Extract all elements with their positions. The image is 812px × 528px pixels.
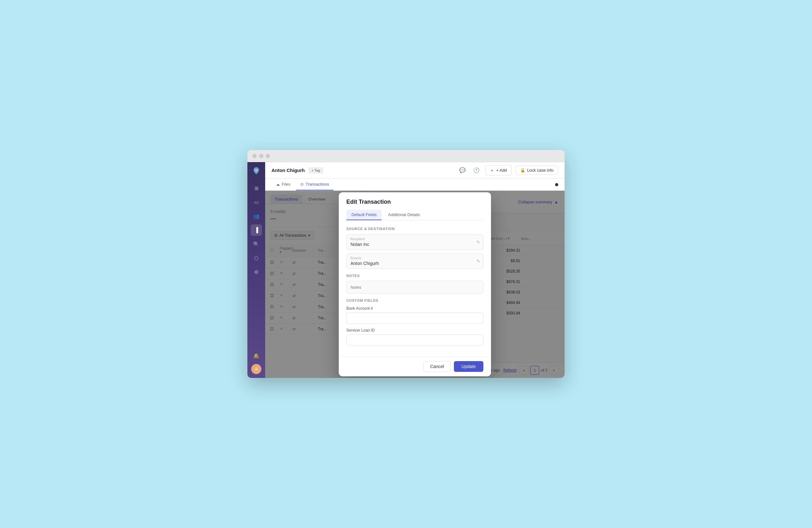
lock-icon: 🔒 (520, 168, 525, 173)
tab-transactions[interactable]: ⊙ Transactions (296, 179, 333, 190)
tab-additional-details[interactable]: Additional Details (383, 210, 425, 220)
topbar: Anton Chigurh + Tag 💬 🕐 ＋ + Add 🔒 Lock c… (265, 162, 565, 179)
modal-overlay[interactable]: Edit Transaction Default Fields Addition… (265, 191, 565, 378)
lock-case-button[interactable]: 🔒 Lock case info (516, 166, 558, 175)
edit-transaction-dialog: Edit Transaction Default Fields Addition… (339, 192, 491, 376)
main-content: Anton Chigurh + Tag 💬 🕐 ＋ + Add 🔒 Lock c… (265, 162, 565, 378)
sidebar-icon-settings[interactable]: ⚙ (250, 266, 262, 277)
bank-account-label: Bank Account # (346, 306, 483, 311)
add-button[interactable]: ＋ + Add (485, 165, 512, 175)
browser-dot-yellow[interactable] (259, 154, 263, 158)
sidebar-bottom: 🔔 A (250, 350, 262, 374)
transactions-icon: ⊙ (300, 182, 304, 187)
servicer-loan-input[interactable] (346, 334, 483, 345)
dialog-title: Edit Transaction (346, 199, 483, 205)
update-button[interactable]: Update (454, 361, 483, 372)
browser-dot-green[interactable] (266, 154, 270, 158)
source-input[interactable] (346, 254, 483, 269)
history-icon-btn[interactable]: 🕐 (472, 165, 481, 175)
notes-title: NOTES (346, 274, 483, 277)
nav-right-dot (555, 183, 558, 186)
browser-dot-red[interactable] (252, 154, 257, 158)
tab-files[interactable]: ☁ Files (272, 179, 295, 190)
dialog-body: SOURCE & DESTINATION Recipient ✎ Source … (339, 220, 491, 356)
dialog-tabs: Default Fields Additional Details (346, 210, 483, 220)
sidebar-icon-search[interactable]: 🔍 (250, 238, 262, 250)
sidebar-icon-chart[interactable]: ▐ (250, 224, 262, 236)
add-icon: ＋ (490, 168, 494, 173)
sidebar-icon-network[interactable]: ⬡ (250, 252, 262, 264)
recipient-input[interactable] (346, 234, 483, 250)
sidebar-icon-grid[interactable]: ⊞ (250, 183, 262, 194)
status-dot (555, 183, 558, 186)
sidebar-icon-monitor[interactable]: ▭ (250, 196, 262, 208)
tag-button[interactable]: + Tag (309, 168, 323, 173)
browser-titlebar (247, 150, 565, 162)
page-body: Transactions Overview 0 credits — ⊟ All … (265, 191, 565, 378)
source-group: Source ✎ (346, 254, 483, 269)
recipient-group: Recipient ✎ (346, 234, 483, 250)
notes-section: NOTES (346, 274, 483, 294)
cancel-button[interactable]: Cancel (423, 361, 451, 372)
source-destination-title: SOURCE & DESTINATION (346, 227, 483, 231)
files-icon: ☁ (276, 182, 280, 187)
servicer-loan-label: Servicer Loan ID (346, 328, 483, 332)
avatar[interactable]: A (251, 364, 261, 374)
edit-recipient-icon[interactable]: ✎ (476, 240, 480, 245)
custom-fields-section: CUSTOM FIELDS Bank Account # Servicer Lo… (346, 299, 483, 350)
dialog-footer: Cancel Update (339, 356, 491, 376)
nav-tabs: ☁ Files ⊙ Transactions (265, 179, 565, 191)
edit-source-icon[interactable]: ✎ (476, 259, 480, 264)
chat-icon-btn[interactable]: 💬 (458, 165, 467, 175)
sidebar-icon-bell[interactable]: 🔔 (250, 350, 262, 361)
page-title: Anton Chigurh (272, 168, 305, 173)
dialog-header: Edit Transaction Default Fields Addition… (339, 192, 491, 220)
bank-account-input[interactable] (346, 313, 483, 324)
tab-default-fields[interactable]: Default Fields (346, 210, 381, 220)
notes-input[interactable] (346, 281, 483, 294)
sidebar: ⊞ ▭ 👥 ▐ 🔍 ⬡ ⚙ 🔔 A (247, 162, 265, 378)
custom-fields-title: CUSTOM FIELDS (346, 299, 483, 302)
sidebar-icon-people[interactable]: 👥 (250, 210, 262, 222)
topbar-actions: 💬 🕐 ＋ + Add 🔒 Lock case info (458, 165, 558, 175)
app-logo (251, 166, 261, 176)
